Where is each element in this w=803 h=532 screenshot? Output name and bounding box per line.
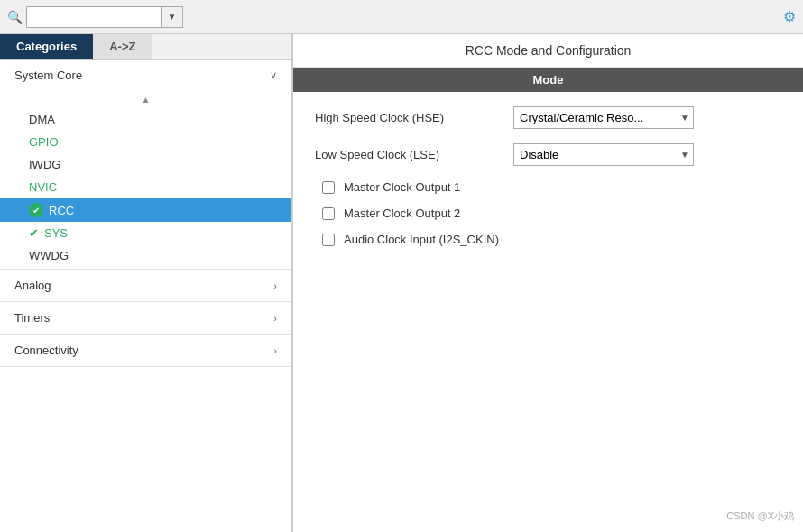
rcc-check-icon: ✔ — [29, 203, 43, 217]
master-clock-2-checkbox[interactable] — [322, 207, 335, 220]
category-label-analog: Analog — [14, 279, 51, 292]
iwdg-label: IWDG — [29, 158, 60, 171]
hse-select[interactable]: Disable Crystal/Ceramic Reso... BYPASS C… — [514, 107, 693, 128]
panel-content: High Speed Clock (HSE) Disable Crystal/C… — [293, 92, 803, 532]
chevron-down-icon-system-core: ∨ — [270, 69, 277, 81]
nvic-label: NVIC — [29, 180, 57, 194]
group-connectivity: Connectivity › — [0, 335, 291, 367]
chevron-right-icon-analog: › — [273, 280, 277, 291]
checkbox-row-master-clock-2: Master Clock Output 2 — [315, 206, 781, 220]
sort-indicator: ▲ — [0, 93, 291, 108]
rcc-label: RCC — [49, 204, 74, 217]
checkbox-row-master-clock-1: Master Clock Output 1 — [315, 180, 781, 194]
master-clock-1-checkbox[interactable] — [322, 181, 335, 194]
panel-section-header: Mode — [293, 68, 803, 92]
sys-label: SYS — [44, 226, 68, 240]
category-label-connectivity: Connectivity — [14, 344, 78, 357]
audio-clock-label: Audio Clock Input (I2S_CKIN) — [344, 233, 499, 246]
group-system-core: System Core ∨ ▲ DMA GPIO IWDG — [0, 60, 291, 270]
chevron-right-icon-timers: › — [273, 313, 277, 324]
group-timers: Timers › — [0, 302, 291, 335]
items-list-system-core: ▲ DMA GPIO IWDG NVIC — [0, 91, 291, 269]
sidebar-item-gpio[interactable]: GPIO — [0, 131, 291, 153]
chevron-right-icon-connectivity: › — [273, 345, 277, 356]
tab-atoz[interactable]: A->Z — [93, 34, 152, 59]
category-header-analog[interactable]: Analog › — [0, 270, 291, 301]
main-layout: Categories A->Z System Core ∨ ▲ DMA — [0, 34, 803, 532]
category-header-system-core[interactable]: System Core ∨ — [0, 60, 291, 91]
sidebar-content: System Core ∨ ▲ DMA GPIO IWDG — [0, 60, 291, 532]
sidebar-item-iwdg[interactable]: IWDG — [0, 153, 291, 176]
sidebar-item-rcc[interactable]: ✔ RCC — [0, 198, 291, 222]
category-label-timers: Timers — [14, 311, 50, 325]
sys-check-icon: ✔ — [29, 226, 39, 240]
tab-categories[interactable]: Categories — [0, 34, 93, 59]
config-row-hse: High Speed Clock (HSE) Disable Crystal/C… — [315, 106, 781, 129]
config-row-lse: Low Speed Clock (LSE) Disable Crystal/Ce… — [315, 143, 781, 166]
watermark: CSDN @X小鸡 — [726, 509, 794, 523]
sidebar-item-nvic[interactable]: NVIC — [0, 176, 291, 198]
search-dropdown-button[interactable]: ▼ — [162, 6, 183, 28]
gear-icon[interactable]: ⚙ — [783, 8, 796, 25]
group-analog: Analog › — [0, 270, 291, 302]
lse-select[interactable]: Disable Crystal/Ceramic Resonator BYPASS… — [514, 144, 693, 165]
master-clock-1-label: Master Clock Output 1 — [344, 180, 460, 194]
hse-select-wrapper: Disable Crystal/Ceramic Reso... BYPASS C… — [513, 106, 694, 129]
dma-label: DMA — [29, 113, 55, 126]
audio-clock-checkbox[interactable] — [322, 234, 335, 246]
search-input[interactable] — [26, 6, 162, 28]
search-bar: 🔍 ▼ ⚙ — [0, 0, 803, 34]
wwdg-label: WWDG — [29, 249, 69, 262]
search-icon: 🔍 — [7, 10, 23, 24]
tab-bar: Categories A->Z — [0, 34, 291, 60]
category-header-timers[interactable]: Timers › — [0, 302, 291, 334]
sidebar-item-dma[interactable]: DMA — [0, 108, 291, 131]
category-header-connectivity[interactable]: Connectivity › — [0, 335, 291, 366]
lse-select-wrapper: Disable Crystal/Ceramic Resonator BYPASS… — [513, 143, 694, 166]
sidebar-item-sys[interactable]: ✔ SYS — [0, 222, 291, 244]
master-clock-2-label: Master Clock Output 2 — [344, 206, 460, 220]
sidebar-item-wwdg[interactable]: WWDG — [0, 244, 291, 267]
hse-label: High Speed Clock (HSE) — [315, 111, 513, 124]
right-panel: RCC Mode and Configuration Mode High Spe… — [293, 34, 803, 532]
lse-label: Low Speed Clock (LSE) — [315, 148, 513, 161]
sidebar: Categories A->Z System Core ∨ ▲ DMA — [0, 34, 293, 532]
checkbox-row-audio-clock: Audio Clock Input (I2S_CKIN) — [315, 233, 781, 246]
gpio-label: GPIO — [29, 135, 59, 149]
category-label-system-core: System Core — [14, 69, 82, 82]
panel-title: RCC Mode and Configuration — [293, 34, 803, 68]
